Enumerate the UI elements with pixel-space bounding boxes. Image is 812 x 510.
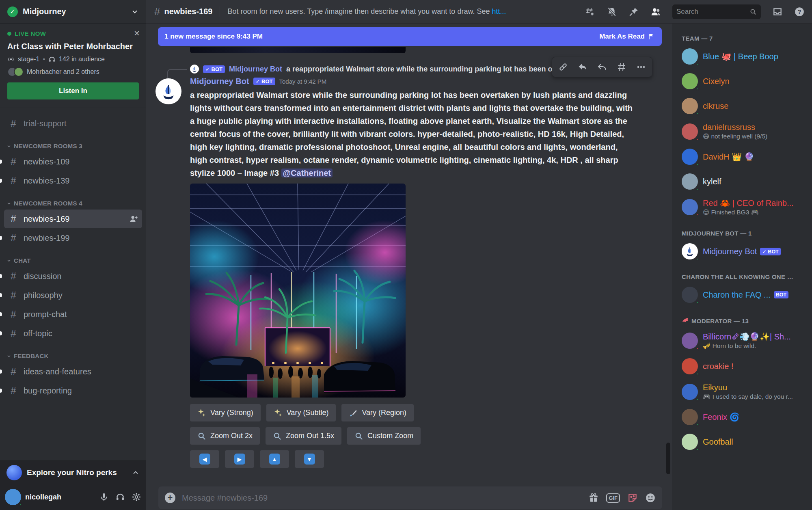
microphone-icon[interactable] xyxy=(99,492,109,502)
vary-strong-button[interactable]: Vary (Strong) xyxy=(190,404,261,421)
channel-hash-icon: # xyxy=(8,156,19,167)
message-input[interactable]: + Message #newbies-169 GIF xyxy=(158,486,662,509)
channel-item-discussion[interactable]: # discussion xyxy=(4,267,142,285)
member-group: CHARON THE ALL KNOWING ONE … Charon the … xyxy=(678,271,809,306)
member-avatar xyxy=(682,434,698,450)
listen-in-button[interactable]: Listen In xyxy=(7,82,139,99)
pan-right-button[interactable]: ▶ xyxy=(225,450,254,468)
mark-as-read-button[interactable]: Mark As Read xyxy=(599,32,655,41)
reply-preview-text[interactable]: a reappropriated Walmart store while the… xyxy=(286,65,595,73)
member-item-charon-the-faq[interactable]: Charon the FAQ ... BOT xyxy=(678,283,809,306)
server-header[interactable]: ✓ Midjourney xyxy=(0,0,146,24)
input-action-icons: GIF xyxy=(588,493,656,503)
member-list-toggle-icon[interactable] xyxy=(650,6,661,17)
member-item-eikyuu[interactable]: Eikyuu 🎮 I used to say dale, do you r... xyxy=(678,380,809,404)
channel-item-newbies-109[interactable]: # newbies-109 xyxy=(4,152,142,171)
member-group-header: MODERATOR — 13 xyxy=(678,314,809,328)
user-avatar[interactable] xyxy=(5,489,21,505)
gif-picker-icon[interactable]: GIF xyxy=(606,493,620,503)
forward-icon[interactable] xyxy=(573,59,592,75)
new-messages-bar[interactable]: 1 new message since 9:43 PM Mark As Read xyxy=(158,27,662,46)
member-item-red-ceo-of-rainb[interactable]: Red 🦀 | CEO of Rainb... 😌 Finished BG3 🎮 xyxy=(678,195,809,219)
generated-image-attachment[interactable] xyxy=(190,184,406,398)
inbox-icon[interactable] xyxy=(772,6,783,17)
pinned-messages-icon[interactable] xyxy=(628,6,639,17)
chat-scrollbar[interactable] xyxy=(666,443,670,474)
member-item-danielrussruss[interactable]: danielrussruss 😷 not feeling well (9/5) xyxy=(678,119,809,143)
deafen-headphones-icon[interactable] xyxy=(115,492,125,502)
member-item-feonix[interactable]: Feonix 🌀 xyxy=(678,406,809,428)
member-item-clkruse[interactable]: clkruse xyxy=(678,95,809,117)
notification-settings-icon[interactable] xyxy=(607,6,617,17)
channel-item-philosophy[interactable]: # philosophy xyxy=(4,286,142,305)
vary-subtle-button[interactable]: Vary (Subtle) xyxy=(266,404,336,421)
topic-link[interactable]: htt... xyxy=(492,7,506,15)
presence-indicator xyxy=(695,372,700,376)
create-thread-icon[interactable] xyxy=(612,59,631,75)
member-item-goofball[interactable]: Goofball xyxy=(678,430,809,453)
channel-hash-icon: # xyxy=(154,5,160,18)
chevron-down-icon[interactable] xyxy=(131,8,139,16)
vary-region-button[interactable]: Vary (Region) xyxy=(341,404,414,421)
channel-item-newbies-139[interactable]: # newbies-139 xyxy=(4,171,142,190)
custom-zoom-button[interactable]: Custom Zoom xyxy=(347,427,421,445)
search-input[interactable] xyxy=(676,8,746,16)
member-item-kylelf[interactable]: kylelf xyxy=(678,170,809,193)
member-item-croakie[interactable]: croakie ! xyxy=(678,355,809,378)
channel-item-ideas-and-features[interactable]: # ideas-and-features xyxy=(4,362,142,381)
chevron-up-icon[interactable] xyxy=(132,469,140,477)
section-header[interactable]: NEWCOMER ROOMS 4 xyxy=(0,200,146,209)
channel-item-bug-reporting[interactable]: # bug-reporting xyxy=(4,381,142,400)
channel-item-prompt-chat[interactable]: # prompt-chat xyxy=(4,305,142,324)
message-scroll-area[interactable]: 1 new message since 9:43 PM Mark As Read xyxy=(146,24,672,486)
copy-link-icon[interactable] xyxy=(554,59,572,75)
attach-plus-icon[interactable]: + xyxy=(165,493,175,503)
emoji-picker-icon[interactable] xyxy=(645,493,656,503)
reply-author-name[interactable]: Midjourney Bot xyxy=(229,65,282,73)
close-icon[interactable]: × xyxy=(134,28,140,38)
channel-item-newbies-199[interactable]: # newbies-199 xyxy=(4,229,142,247)
channel-item-off-topic[interactable]: # off-topic xyxy=(4,324,142,343)
member-item-cixelyn[interactable]: Cixelyn xyxy=(678,70,809,93)
member-item-midjourney-bot[interactable]: Midjourney Bot ✓ BOT xyxy=(678,240,809,263)
zoom-out-2x-button[interactable]: Zoom Out 2x xyxy=(190,427,260,445)
message-input-placeholder[interactable]: Message #newbies-169 xyxy=(182,493,582,503)
message-author-name[interactable]: Midjourney Bot xyxy=(190,77,249,86)
channel-topic[interactable]: Bot room for new users. Type /imagine th… xyxy=(227,7,581,16)
threads-icon[interactable] xyxy=(585,6,595,17)
pan-left-button[interactable]: ◀ xyxy=(190,450,219,468)
midjourney-bot-avatar[interactable] xyxy=(155,78,181,104)
member-lines: Billicorn🗞💨🔮✨| Sh... 🎺 Horn to be wild. xyxy=(703,332,791,350)
live-dot-icon xyxy=(7,32,11,36)
search-box[interactable] xyxy=(672,4,761,19)
sticker-picker-icon[interactable] xyxy=(627,493,638,503)
member-item-davidh[interactable]: DavidH 👑 🔮 xyxy=(678,145,809,168)
nitro-perks-banner[interactable]: Explore your Nitro perks xyxy=(0,460,146,484)
section-header[interactable]: CHAT xyxy=(0,257,146,266)
unread-indicator xyxy=(0,331,2,335)
zoom-out-1-5x-button[interactable]: Zoom Out 1.5x xyxy=(266,427,341,445)
channel-item-trial-support[interactable]: # trial-support xyxy=(4,114,142,133)
pan-up-button[interactable]: ▲ xyxy=(260,450,289,468)
member-item-blue-beep-boop[interactable]: Blue 🐙 | Beep Boop xyxy=(678,45,809,68)
reply-icon[interactable] xyxy=(593,59,611,75)
gift-icon[interactable] xyxy=(588,493,599,503)
channel-item-newbies-169[interactable]: # newbies-169 xyxy=(4,210,142,228)
invite-member-icon[interactable] xyxy=(129,214,138,223)
channel-hash-icon: # xyxy=(8,290,19,301)
member-lines: Goofball xyxy=(703,437,733,447)
help-icon[interactable]: ? xyxy=(794,6,805,17)
section-header[interactable]: FEEDBACK xyxy=(0,352,146,362)
more-options-icon[interactable] xyxy=(632,59,650,75)
pan-down-button[interactable]: ▼ xyxy=(295,450,324,468)
presence-indicator xyxy=(695,62,700,66)
live-stage-row: stage-1 • 142 in audience xyxy=(7,56,139,63)
section-header[interactable]: NEWCOMER ROOMS 3 xyxy=(0,143,146,152)
previous-image-bottom-edge[interactable] xyxy=(190,47,406,53)
user-mention[interactable]: @Catherinet xyxy=(281,169,333,177)
member-item-billicorn-sh[interactable]: Billicorn🗞💨🔮✨| Sh... 🎺 Horn to be wild. xyxy=(678,328,809,353)
settings-gear-icon[interactable] xyxy=(132,492,141,502)
channel-topbar: # newbies-169 Bot room for new users. Ty… xyxy=(146,0,812,24)
channel-hash-icon: # xyxy=(8,309,19,320)
member-name: Eikyuu xyxy=(703,383,727,392)
